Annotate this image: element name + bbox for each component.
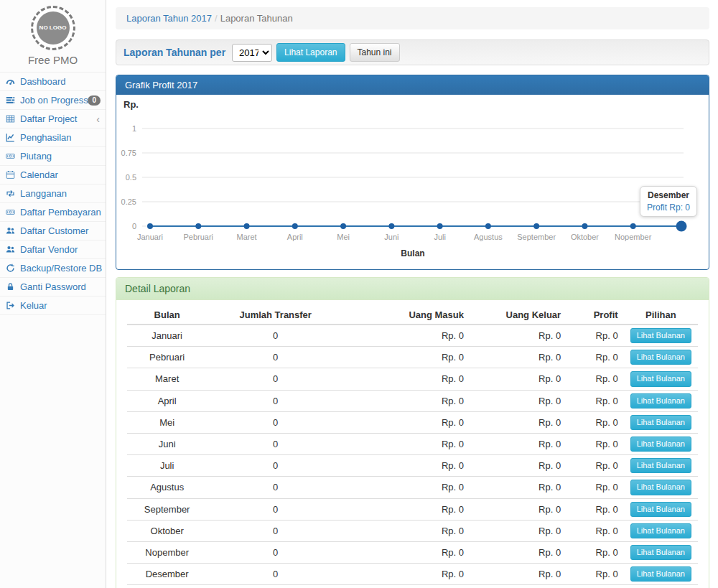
year-select[interactable]: 2017 (232, 44, 272, 62)
action-cell: Lihat Bulanan (624, 390, 698, 411)
sidebar-item-daftar-customer[interactable]: Daftar Customer (0, 222, 106, 241)
detail-laporan-panel: Detail Laporan Bulan Jumlah Transfer Uan… (116, 277, 709, 588)
lihat-bulanan-button[interactable]: Lihat Bulanan (630, 458, 691, 473)
sidebar-menu: Dashboard Job on Progress 0 Daftar Proje… (0, 72, 106, 315)
line-chart-icon (6, 133, 17, 142)
action-cell: Lihat Bulanan (624, 368, 698, 390)
sidebar-item-label: Daftar Vendor (20, 244, 78, 255)
svg-text:1: 1 (132, 124, 136, 133)
uang-keluar-cell: Rp. 0 (470, 347, 567, 368)
month-cell: Oktober (127, 520, 207, 541)
sidebar-item-calendar[interactable]: Calendar (0, 166, 106, 185)
action-cell: Lihat Bulanan (624, 520, 698, 541)
lihat-bulanan-button[interactable]: Lihat Bulanan (630, 371, 691, 386)
sidebar-item-label: Calendar (20, 169, 58, 180)
sidebar-item-daftar-project[interactable]: Daftar Project ‹ (0, 110, 106, 129)
uang-keluar-cell: Rp. 0 (470, 325, 567, 347)
lihat-bulanan-button[interactable]: Lihat Bulanan (630, 393, 691, 409)
svg-text:April: April (287, 233, 303, 241)
lihat-bulanan-button[interactable]: Lihat Bulanan (630, 437, 691, 452)
detail-panel-title: Detail Laporan (116, 278, 709, 300)
uang-masuk-cell: Rp. 0 (344, 455, 470, 477)
table-row: Maret 0 Rp. 0 Rp. 0 Rp. 0 Lihat Bulanan (127, 368, 698, 390)
total-label-cell: Total (127, 585, 207, 588)
profit-cell: Rp. 0 (567, 411, 624, 433)
report-table: Bulan Jumlah Transfer Uang Masuk Uang Ke… (127, 306, 698, 588)
table-row: Mei 0 Rp. 0 Rp. 0 Rp. 0 Lihat Bulanan (127, 411, 698, 433)
total-keluar-cell: Rp. 0 (470, 585, 567, 588)
svg-text:Agustus: Agustus (474, 233, 503, 241)
tahun-ini-button[interactable]: Tahun ini (350, 43, 400, 62)
lihat-bulanan-button[interactable]: Lihat Bulanan (630, 415, 691, 430)
month-cell: Desember (127, 564, 207, 585)
uang-keluar-cell: Rp. 0 (470, 477, 567, 498)
table-row: Juni 0 Rp. 0 Rp. 0 Rp. 0 Lihat Bulanan (127, 433, 698, 454)
sidebar-item-dashboard[interactable]: Dashboard (0, 73, 106, 91)
sign-out-icon (6, 301, 17, 310)
action-cell: Lihat Bulanan (624, 325, 698, 347)
table-row: April 0 Rp. 0 Rp. 0 Rp. 0 Lihat Bulanan (127, 390, 698, 411)
uang-keluar-cell: Rp. 0 (470, 368, 567, 390)
breadcrumb-link-laporan-tahun[interactable]: Laporan Tahun 2017 (126, 13, 212, 24)
sidebar-item-label: Langganan (20, 188, 67, 199)
sidebar-item-label: Dashboard (20, 76, 66, 87)
sidebar-item-daftar-pembayaran[interactable]: Daftar Pembayaran (0, 203, 106, 222)
report-table-wrap: Bulan Jumlah Transfer Uang Masuk Uang Ke… (116, 300, 709, 588)
brand-name: Free PMO (0, 54, 106, 66)
month-cell: April (127, 390, 207, 411)
lihat-bulanan-button[interactable]: Lihat Bulanan (630, 502, 691, 517)
transfer-cell: 0 (207, 368, 344, 390)
sidebar-item-piutang[interactable]: Piutang (0, 147, 106, 166)
sidebar-item-label: Job on Progress (20, 95, 88, 106)
svg-text:Juni: Juni (384, 233, 398, 241)
sidebar-item-langganan[interactable]: Langganan (0, 185, 106, 203)
table-row: September 0 Rp. 0 Rp. 0 Rp. 0 Lihat Bula… (127, 498, 698, 520)
lihat-bulanan-button[interactable]: Lihat Bulanan (630, 350, 691, 365)
lihat-bulanan-button[interactable]: Lihat Bulanan (630, 523, 691, 538)
profit-cell: Rp. 0 (567, 347, 624, 368)
total-transfer-cell: 0 (207, 585, 344, 588)
sidebar-item-daftar-vendor[interactable]: Daftar Vendor (0, 241, 106, 259)
tasks-icon (6, 95, 17, 105)
svg-text:September: September (517, 233, 556, 241)
chart-body: 00.250.50.751Rp.JanuariPebruariMaretApri… (116, 95, 709, 269)
action-cell: Lihat Bulanan (624, 477, 698, 498)
svg-text:Maret: Maret (236, 233, 256, 241)
transfer-cell: 0 (207, 541, 344, 563)
content: Laporan Tahun 2017/Laporan Tahunan Lapor… (107, 0, 718, 588)
svg-text:Mei: Mei (337, 233, 350, 241)
profit-cell: Rp. 0 (567, 433, 624, 454)
month-cell: Mei (127, 411, 207, 433)
lihat-bulanan-button[interactable]: Lihat Bulanan (630, 566, 691, 582)
sidebar-item-backup-restore-db[interactable]: Backup/Restore DB (0, 259, 106, 278)
transfer-cell: 0 (207, 564, 344, 585)
lihat-bulanan-button[interactable]: Lihat Bulanan (630, 480, 691, 495)
table-row: Januari 0 Rp. 0 Rp. 0 Rp. 0 Lihat Bulana… (127, 325, 698, 347)
sidebar-item-keluar[interactable]: Keluar (0, 297, 106, 315)
svg-text:Nopember: Nopember (615, 233, 652, 241)
sidebar-item-ganti-password[interactable]: Ganti Password (0, 278, 106, 297)
chevron-left-icon: ‹ (96, 114, 100, 124)
profit-cell: Rp. 0 (567, 455, 624, 477)
table-row: Juli 0 Rp. 0 Rp. 0 Rp. 0 Lihat Bulanan (127, 455, 698, 477)
lihat-bulanan-button[interactable]: Lihat Bulanan (630, 545, 691, 560)
uang-masuk-cell: Rp. 0 (344, 390, 470, 411)
sidebar-item-job-on-progress[interactable]: Job on Progress 0 (0, 91, 106, 110)
breadcrumb: Laporan Tahun 2017/Laporan Tahunan (116, 7, 709, 29)
table-row: Pebruari 0 Rp. 0 Rp. 0 Rp. 0 Lihat Bulan… (127, 347, 698, 368)
lihat-laporan-button[interactable]: Lihat Laporan (276, 43, 345, 62)
column-header-profit: Profit (567, 306, 624, 325)
uang-keluar-cell: Rp. 0 (470, 520, 567, 541)
uang-masuk-cell: Rp. 0 (344, 541, 470, 563)
svg-text:Januari: Januari (137, 233, 163, 241)
chart-panel-title: Grafik Profit 2017 (116, 75, 709, 95)
total-masuk-cell: Rp. 0 (344, 585, 470, 588)
lihat-bulanan-button[interactable]: Lihat Bulanan (630, 328, 691, 343)
uang-masuk-cell: Rp. 0 (344, 325, 470, 347)
svg-text:Bulan: Bulan (401, 248, 424, 258)
sidebar-item-penghasilan[interactable]: Penghasilan (0, 129, 106, 147)
month-cell: Juni (127, 433, 207, 454)
month-cell: September (127, 498, 207, 520)
transfer-cell: 0 (207, 433, 344, 454)
svg-text:0.75: 0.75 (121, 149, 136, 157)
